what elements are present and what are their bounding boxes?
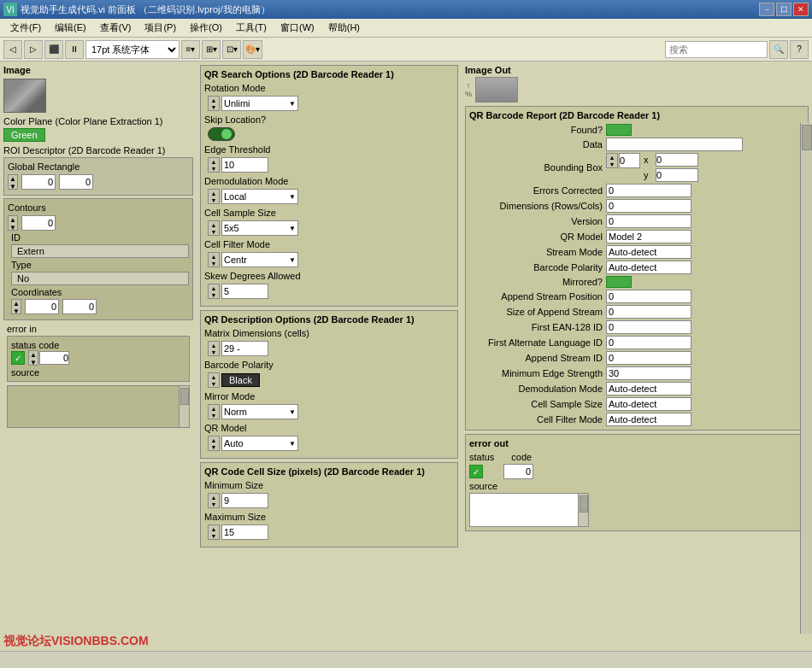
size-append-row: Size of Append Stream 0 (469, 305, 804, 319)
font-selector[interactable]: 17pt 系统字体 (85, 40, 179, 59)
global-rect-title: Global Rectangle (8, 161, 189, 172)
menu-project[interactable]: 项目(P) (138, 20, 183, 36)
bbox-input[interactable] (619, 153, 640, 168)
contours-title: Contours (8, 202, 189, 213)
right-panel: Image Out ↑ % QR Barcode Report (2D Barc… (462, 62, 812, 651)
error-out-section: error out status code ✓ source (465, 434, 809, 531)
spin-bbox[interactable]: ▲▼ (606, 153, 618, 168)
spin-btn-1[interactable]: ▲▼ (8, 174, 18, 190)
title-bar: VI 视觉助手生成代码.vi 前面板 （二维码识别.lvproj/我的电脑） －… (0, 0, 812, 19)
id-label: ID (11, 232, 189, 243)
min-size-input[interactable]: 9 (221, 493, 268, 508)
contours-input[interactable] (21, 215, 56, 231)
y-input[interactable] (656, 168, 698, 182)
toolbar-color-btn[interactable]: 🎨▾ (243, 40, 262, 59)
spin-rotation[interactable]: ▲▼ (208, 96, 220, 111)
coord-input-2[interactable] (62, 299, 97, 314)
spin-btn-3[interactable]: ▲▼ (11, 299, 21, 314)
minimize-button[interactable]: － (759, 3, 774, 16)
edge-threshold-input[interactable]: 10 (221, 157, 268, 173)
code-col-label: code (511, 452, 532, 462)
toolbar-align-btn[interactable]: ≡▾ (181, 40, 200, 59)
min-size-label: Minimum Size (204, 480, 324, 490)
rpt-demod-row: Demodulation Mode Auto-detect (469, 382, 804, 396)
spin-btn-status[interactable]: ▲▼ (28, 350, 38, 366)
rpt-cell-sample-label: Cell Sample Size (469, 399, 606, 409)
menu-edit[interactable]: 编辑(E) (48, 20, 93, 36)
contours-row: ▲▼ (8, 215, 189, 231)
max-size-label: Maximum Size (204, 512, 324, 522)
matrix-dim-input[interactable]: 29 - (221, 341, 268, 356)
spin-qr-model[interactable]: ▲▼ (208, 436, 220, 451)
menu-help[interactable]: 帮助(H) (321, 20, 367, 36)
spin-edge[interactable]: ▲▼ (208, 157, 220, 173)
menu-view[interactable]: 查看(V) (93, 20, 138, 36)
toolbar-resize-btn[interactable]: ⊡▾ (222, 40, 241, 59)
error-out-code-input[interactable] (503, 464, 533, 479)
global-rect-input-2[interactable] (59, 174, 93, 190)
menu-operate[interactable]: 操作(O) (183, 20, 229, 36)
right-panel-scrollbar[interactable] (800, 123, 812, 634)
error-in-status-box: status code ✓ ▲▼ source (7, 336, 190, 382)
spin-demod[interactable]: ▲▼ (208, 189, 220, 204)
spin-btn-2[interactable]: ▲▼ (8, 215, 18, 231)
error-out-scrollbar[interactable] (578, 494, 588, 526)
status-col-label: status (469, 452, 494, 462)
x-input[interactable] (656, 153, 698, 167)
demod-mode-dropdown[interactable]: Local ▼ (221, 189, 298, 204)
stream-mode-label: Stream Mode (469, 247, 606, 257)
first-alt-value: 0 (606, 336, 691, 349)
search-button[interactable]: 🔍 (769, 40, 788, 59)
demod-mode-row: Demodulation Mode (204, 176, 454, 186)
help-button[interactable]: ? (790, 40, 809, 59)
spin-skew[interactable]: ▲▼ (208, 284, 220, 299)
cell-sample-dropdown[interactable]: 5x5 ▼ (221, 220, 298, 236)
spin-cell-filter[interactable]: ▲▼ (208, 252, 220, 267)
min-edge-label: Minimum Edge Strength (469, 368, 606, 378)
spin-max-size[interactable]: ▲▼ (208, 524, 220, 540)
menu-tools[interactable]: 工具(T) (229, 20, 274, 36)
barcode-polarity-value[interactable]: Black (221, 373, 260, 387)
cell-size-section: QR Code Cell Size (pixels) (2D Barcode R… (200, 462, 458, 548)
errors-value: 0 (606, 184, 691, 197)
rpt-cell-filter-label: Cell Filter Mode (469, 414, 606, 425)
y-label: y (644, 170, 654, 180)
cell-filter-dropdown[interactable]: Centr ▼ (221, 252, 298, 267)
menu-window[interactable]: 窗口(W) (274, 20, 321, 36)
spin-polarity[interactable]: ▲▼ (208, 372, 220, 388)
coord-input-1[interactable] (25, 299, 59, 314)
toolbar-back-btn[interactable]: ◁ (3, 40, 22, 59)
qr-model-dropdown[interactable]: Auto ▼ (221, 436, 298, 451)
bbox-row: Bounding Box ▲▼ x (469, 153, 804, 182)
spin-cell-sample[interactable]: ▲▼ (208, 220, 220, 236)
source-scrollbar[interactable] (179, 386, 189, 427)
skew-input[interactable]: 5 (221, 284, 268, 299)
extern-button[interactable]: Extern (11, 244, 189, 258)
maximize-button[interactable]: 口 (776, 3, 791, 16)
source-label: source (11, 367, 185, 378)
skip-location-toggle[interactable] (208, 127, 235, 141)
min-size-row: Minimum Size (204, 480, 454, 490)
no-button[interactable]: No (11, 272, 189, 285)
cell-filter-label: Cell Filter Mode (204, 239, 324, 249)
spin-min-size[interactable]: ▲▼ (208, 493, 220, 508)
menu-file[interactable]: 文件(F) (3, 20, 48, 36)
stream-mode-row: Stream Mode Auto-detect (469, 245, 804, 259)
rotation-mode-row: Rotation Mode (204, 83, 454, 93)
rotation-mode-dropdown[interactable]: Unlimi ▼ (221, 96, 298, 111)
close-button[interactable]: ✕ (793, 3, 809, 16)
toolbar-stop-btn[interactable]: ⬛ (44, 40, 63, 59)
search-input[interactable] (665, 41, 768, 58)
toolbar-pause-btn[interactable]: ⏸ (65, 40, 84, 59)
toolbar-dist-btn[interactable]: ⊞▾ (202, 40, 221, 59)
data-label: Data (469, 139, 606, 149)
spin-matrix[interactable]: ▲▼ (208, 341, 220, 356)
spin-mirror[interactable]: ▲▼ (208, 404, 220, 419)
toolbar-forward-btn[interactable]: ▷ (24, 40, 43, 59)
global-rect-input-1[interactable] (21, 174, 56, 190)
dimensions-value: 0 (606, 199, 691, 213)
max-size-input[interactable]: 15 (221, 524, 268, 540)
mirror-mode-dropdown[interactable]: Norm ▼ (221, 404, 298, 419)
qr-desc-section: QR Description Options (2D Barcode Reade… (200, 310, 458, 459)
status-code-input[interactable] (39, 351, 69, 365)
